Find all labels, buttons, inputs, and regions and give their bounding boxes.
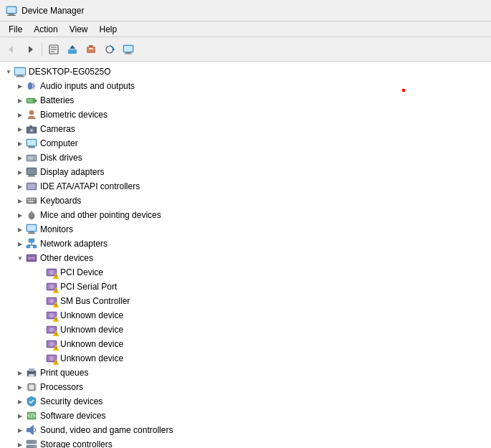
- tree-item-other[interactable]: Other devices: [0, 251, 491, 265]
- tree-item-ide[interactable]: IDE ATA/ATAPI controllers: [0, 179, 491, 194]
- expand-display[interactable]: [14, 166, 26, 178]
- tree-item-smbus[interactable]: ! SM Bus Controller: [0, 294, 491, 308]
- cpu-icon: [26, 381, 37, 393]
- cameras-label: Cameras: [40, 124, 75, 134]
- computer2-icon: [26, 138, 37, 149]
- processors-label: Processors: [40, 382, 83, 392]
- expand-audio[interactable]: [14, 80, 26, 92]
- unknown-4-label: Unknown device: [60, 353, 123, 363]
- tree-item-mice[interactable]: Mice and other pointing devices: [0, 208, 491, 222]
- expand-processors[interactable]: [14, 381, 26, 393]
- expand-monitors[interactable]: [14, 224, 26, 235]
- svg-rect-56: [28, 201, 34, 202]
- tree-item-unknown-2[interactable]: ! Unknown device: [0, 323, 491, 337]
- expand-disk[interactable]: [14, 152, 26, 163]
- tree-item-unknown-3[interactable]: ! Unknown device: [0, 337, 491, 351]
- tree-item-storage[interactable]: Storage controllers: [0, 437, 491, 448]
- tree-item-monitors[interactable]: Monitors: [0, 222, 491, 237]
- sound-icon: [26, 424, 37, 436]
- svg-rect-49: [28, 186, 35, 187]
- expand-root[interactable]: [3, 66, 14, 77]
- update-driver-button[interactable]: [64, 41, 81, 58]
- svg-rect-36: [29, 146, 34, 148]
- forward-button[interactable]: [22, 41, 39, 58]
- uninstall-button[interactable]: [82, 41, 100, 58]
- mice-label: Mice and other pointing devices: [40, 210, 161, 220]
- tree-item-cameras[interactable]: Cameras: [0, 122, 491, 136]
- svg-rect-41: [28, 158, 33, 159]
- monitor-button[interactable]: [120, 41, 137, 58]
- back-button[interactable]: [3, 41, 20, 58]
- network-label: Network adapters: [40, 239, 108, 249]
- svg-rect-61: [27, 225, 36, 231]
- camera-icon: [26, 123, 37, 135]
- svg-rect-111: [29, 374, 34, 377]
- warn-smbus-icon: !: [46, 295, 57, 307]
- tree-root[interactable]: DESKTOP-EG0525O: [0, 65, 491, 79]
- expand-batteries[interactable]: [14, 95, 26, 106]
- tree-item-network[interactable]: Network adapters: [0, 237, 491, 251]
- properties-button[interactable]: [45, 41, 62, 58]
- menu-help[interactable]: Help: [94, 23, 123, 36]
- svg-text:</>: </>: [27, 413, 37, 419]
- svg-rect-55: [34, 199, 35, 200]
- svg-point-128: [34, 442, 36, 443]
- pci-serial-label: PCI Serial Port: [60, 282, 117, 292]
- svg-rect-18: [124, 46, 133, 52]
- warn-unknown-3-icon: !: [46, 338, 57, 350]
- main-content: DESKTOP-EG0525O Audio inputs and outputs…: [0, 62, 491, 448]
- tree-item-processors[interactable]: Processors: [0, 380, 491, 394]
- expand-mice[interactable]: [14, 209, 26, 221]
- svg-marker-126: [30, 425, 34, 435]
- monitor-icon: [26, 224, 37, 235]
- svg-rect-115: [29, 385, 34, 389]
- svg-rect-50: [28, 188, 35, 189]
- warn-unknown-4-icon: !: [46, 353, 57, 364]
- warn-unknown-2-icon: !: [46, 324, 57, 335]
- expand-sound[interactable]: [14, 424, 26, 436]
- tree-item-pci-serial[interactable]: ! PCI Serial Port: [0, 280, 491, 294]
- tree-item-unknown-1[interactable]: ! Unknown device: [0, 308, 491, 323]
- svg-rect-44: [29, 175, 34, 176]
- monitors-label: Monitors: [40, 224, 73, 234]
- tree-item-disk[interactable]: Disk drives: [0, 151, 491, 165]
- print-label: Print queues: [40, 368, 88, 378]
- expand-security[interactable]: [14, 396, 26, 407]
- expand-cameras[interactable]: [14, 123, 26, 135]
- menu-action[interactable]: Action: [28, 23, 63, 36]
- expand-keyboards[interactable]: [14, 195, 26, 206]
- expand-network[interactable]: [14, 238, 26, 249]
- tree-item-security[interactable]: Security devices: [0, 394, 491, 409]
- tree-item-batteries[interactable]: Batteries: [0, 93, 491, 108]
- tree-item-audio[interactable]: Audio inputs and outputs: [0, 79, 491, 93]
- unknown-2-label: Unknown device: [60, 325, 123, 335]
- expand-ide[interactable]: [14, 181, 26, 192]
- expand-biometric[interactable]: [14, 109, 26, 120]
- mouse-icon: [26, 209, 37, 221]
- svg-rect-125: [27, 428, 30, 432]
- svg-rect-65: [27, 245, 30, 248]
- scan-button[interactable]: [101, 41, 118, 58]
- warn-pci-icon: !: [46, 267, 57, 278]
- expand-other[interactable]: [14, 252, 26, 264]
- svg-rect-63: [28, 233, 35, 234]
- svg-rect-52: [27, 199, 29, 200]
- expand-software[interactable]: [14, 410, 26, 421]
- tree-item-pci-device[interactable]: ! PCI Device: [0, 265, 491, 280]
- expand-computer[interactable]: [14, 138, 26, 149]
- expand-storage[interactable]: [14, 439, 26, 448]
- tree-item-print[interactable]: Print queues: [0, 366, 491, 380]
- menu-view[interactable]: View: [64, 23, 94, 36]
- tree-item-sound[interactable]: Sound, video and game controllers: [0, 423, 491, 437]
- tree-item-keyboards[interactable]: Keyboards: [0, 194, 491, 208]
- tree-item-biometric[interactable]: Biometric devices: [0, 108, 491, 122]
- menu-file[interactable]: File: [3, 23, 28, 36]
- svg-marker-4: [9, 46, 13, 53]
- tree-item-computer[interactable]: Computer: [0, 136, 491, 151]
- tree-item-display[interactable]: Display adapters: [0, 165, 491, 179]
- audio-label: Audio inputs and outputs: [40, 81, 135, 91]
- expand-print[interactable]: [14, 367, 26, 378]
- tree-item-unknown-4[interactable]: ! Unknown device: [0, 351, 491, 366]
- tree-item-software[interactable]: </> Software devices: [0, 409, 491, 423]
- root-label: DESKTOP-EG0525O: [29, 67, 111, 77]
